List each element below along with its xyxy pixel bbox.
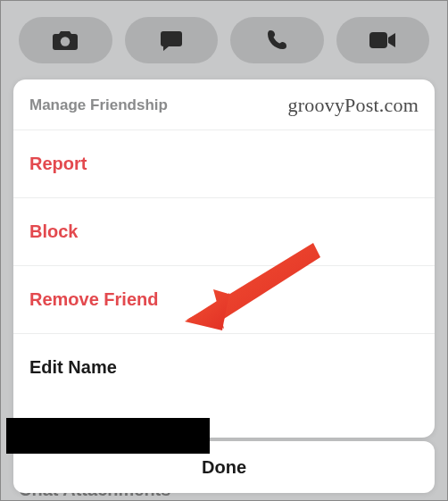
menu-item-block[interactable]: Block (13, 198, 435, 265)
sheet-header: Manage Friendship groovyPost.com (13, 79, 435, 129)
video-button[interactable] (336, 17, 430, 63)
menu-item-label: Block (29, 221, 78, 241)
camera-icon (52, 29, 79, 52)
phone-icon (265, 29, 288, 52)
svg-rect-1 (369, 32, 387, 48)
menu-item-label: Remove Friend (29, 289, 158, 309)
menu-item-edit-name[interactable]: Edit Name (13, 334, 435, 401)
camera-button[interactable] (19, 17, 112, 63)
menu-item-remove-friend[interactable]: Remove Friend (13, 266, 435, 333)
menu-item-label: Edit Name (29, 357, 117, 377)
chat-icon (160, 29, 183, 52)
menu-item-report[interactable]: Report (13, 130, 435, 197)
chat-button[interactable] (125, 17, 219, 63)
manage-friendship-sheet: Manage Friendship groovyPost.com Report … (13, 79, 435, 438)
video-icon (369, 30, 397, 50)
svg-point-0 (61, 37, 70, 46)
icon-toolbar (1, 1, 447, 76)
watermark: groovyPost.com (288, 94, 419, 117)
menu-item-label: Report (29, 154, 87, 173)
sheet-title: Manage Friendship (29, 96, 168, 114)
phone-button[interactable] (230, 17, 324, 63)
redaction-bar (6, 418, 210, 454)
done-label: Done (202, 457, 246, 478)
